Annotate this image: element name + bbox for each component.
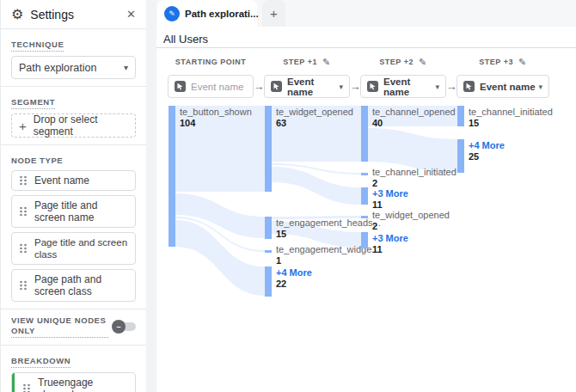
sankey-node-label: te_channel_initiated2 xyxy=(372,167,457,188)
node-type-item-page-title-screen-name[interactable]: Page title and screen name xyxy=(11,195,136,228)
breakdown-section: BREAKDOWN Trueengage channel xyxy=(1,346,146,392)
sankey-node-label: te_widget_opened2 xyxy=(372,210,450,231)
node-type-item-label: Event name xyxy=(34,175,89,187)
sankey-node-name: te_channel_initiated xyxy=(372,167,457,177)
sankey-node-label[interactable]: +4 More25 xyxy=(469,140,505,162)
drag-handle-icon xyxy=(19,175,28,187)
drop-segment-button[interactable]: + Drop or select segment xyxy=(11,113,136,138)
exploration-canvas: ✎ Path explorati... ▾ + All Users STARTI… xyxy=(156,0,576,392)
path-exploration-sankey: te_button_shown104te_widget_opened63te_e… xyxy=(156,0,576,392)
sankey-node-label[interactable]: +4 More22 xyxy=(276,267,312,289)
sankey-more-link[interactable]: +4 More xyxy=(276,267,312,278)
unique-nodes-label: VIEW UNIQUE NODES ONLY xyxy=(11,315,108,338)
sankey-node-value: 40 xyxy=(372,118,456,128)
sankey-node-label: te_channel_initiated15 xyxy=(469,107,553,128)
plus-icon: + xyxy=(19,119,27,133)
sankey-node-bar[interactable] xyxy=(265,106,272,192)
technique-label: TECHNIQUE xyxy=(11,40,64,52)
drop-segment-label: Drop or select segment xyxy=(34,113,128,138)
sankey-node-name: te_channel_initiated xyxy=(469,107,553,117)
node-type-label: NODE TYPE xyxy=(11,156,63,166)
breakdown-chip-label: Trueengage channel xyxy=(38,377,128,392)
technique-value: Path exploration xyxy=(19,62,96,74)
sankey-node-value: 11 xyxy=(372,244,408,254)
drag-handle-icon xyxy=(19,205,28,217)
sankey-node-bar[interactable] xyxy=(457,139,464,173)
technique-section: TECHNIQUE Path exploration ▾ xyxy=(1,29,146,87)
sankey-node-bar[interactable] xyxy=(361,216,368,218)
sankey-node-name: te_button_shown xyxy=(180,107,252,117)
segment-label: SEGMENT xyxy=(11,97,55,109)
sankey-node-label: te_button_shown104 xyxy=(180,107,252,128)
settings-header: ⚙ Settings ✕ xyxy=(1,0,146,29)
sankey-node-bar[interactable] xyxy=(265,217,272,239)
settings-panel: ⚙ Settings ✕ TECHNIQUE Path exploration … xyxy=(0,0,146,392)
node-type-item-label: Page path and screen class xyxy=(34,273,128,297)
sankey-node-label[interactable]: +3 More11 xyxy=(372,233,408,254)
sankey-node-value: 15 xyxy=(469,118,553,128)
panel-divider xyxy=(146,0,156,392)
drag-handle-icon xyxy=(22,383,31,392)
drag-handle-icon xyxy=(19,242,28,254)
sankey-node-value: 25 xyxy=(469,151,505,162)
sankey-node-bar[interactable] xyxy=(361,232,368,248)
sankey-node-value: 63 xyxy=(276,118,353,128)
chevron-down-icon: ▾ xyxy=(124,63,128,72)
sankey-node-value: 2 xyxy=(372,221,450,231)
gear-icon: ⚙ xyxy=(11,8,23,21)
sankey-node-bar[interactable] xyxy=(169,106,175,247)
sankey-node-bar[interactable] xyxy=(361,106,368,162)
node-type-item-page-path-screen-class[interactable]: Page path and screen class xyxy=(11,269,136,302)
sankey-node-value: 1 xyxy=(276,255,379,266)
sankey-node-value: 22 xyxy=(276,279,312,289)
sankey-node-label: te_channel_opened40 xyxy=(372,107,456,128)
sankey-node-bar[interactable] xyxy=(265,250,272,253)
sankey-node-name: te_widget_opened xyxy=(276,107,353,117)
breakdown-chip[interactable]: Trueengage channel xyxy=(11,372,136,392)
sankey-node-name: te_widget_opened xyxy=(372,210,450,220)
sankey-node-name: te_engagement_heads... xyxy=(276,217,381,228)
sankey-node-bar[interactable] xyxy=(457,106,464,126)
sankey-more-link[interactable]: +4 More xyxy=(469,140,505,150)
segment-section: SEGMENT + Drop or select segment xyxy=(1,87,146,145)
node-type-item-label: Page title and screen name xyxy=(34,199,128,224)
sankey-node-bar[interactable] xyxy=(361,173,368,175)
node-type-item-page-title-screen-class[interactable]: Page title and screen class xyxy=(11,232,136,265)
sankey-flow[interactable] xyxy=(272,167,361,205)
app-window: ⚙ Settings ✕ TECHNIQUE Path exploration … xyxy=(0,0,576,392)
sankey-node-value: 11 xyxy=(372,199,408,210)
sankey-node-label[interactable]: +3 More11 xyxy=(372,188,408,210)
unique-nodes-toggle[interactable]: – xyxy=(113,322,136,331)
unique-nodes-section: VIEW UNIQUE NODES ONLY – xyxy=(1,309,146,346)
node-type-section: NODE TYPE Event name Page title and scre… xyxy=(1,145,146,309)
settings-title: Settings xyxy=(30,8,74,21)
sankey-node-label: te_widget_opened63 xyxy=(276,107,353,128)
breakdown-label: BREAKDOWN xyxy=(11,356,70,368)
drag-handle-icon xyxy=(19,279,28,291)
technique-select[interactable]: Path exploration ▾ xyxy=(11,56,136,79)
sankey-node-value: 104 xyxy=(180,118,252,128)
sankey-node-bar[interactable] xyxy=(361,187,368,205)
toggle-knob: – xyxy=(112,320,126,334)
sankey-more-link[interactable]: +3 More xyxy=(372,188,408,199)
node-type-item-label: Page title and screen class xyxy=(34,236,128,260)
close-icon[interactable]: ✕ xyxy=(126,8,136,21)
sankey-node-name: te_channel_opened xyxy=(372,107,456,117)
node-type-item-event-name[interactable]: Event name xyxy=(11,170,136,191)
sankey-node-value: 2 xyxy=(372,178,457,188)
sankey-more-link[interactable]: +3 More xyxy=(372,233,408,243)
sankey-node-bar[interactable] xyxy=(265,266,272,297)
